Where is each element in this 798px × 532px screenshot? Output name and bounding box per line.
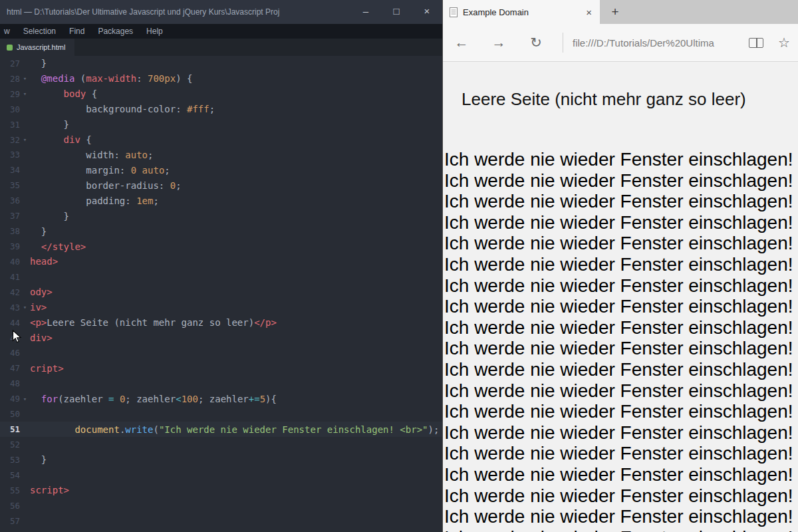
fold-arrow-icon[interactable]: ▾ <box>20 90 30 97</box>
line-number: 55 <box>0 485 20 495</box>
code-line[interactable]: 57 <box>0 513 442 529</box>
page-text-line: Ich werde nie wieder Fenster einschlagen… <box>444 149 798 170</box>
refresh-icon[interactable]: ↻ <box>517 35 555 51</box>
menu-item-view[interactable]: w <box>4 27 10 36</box>
maximize-icon[interactable]: □ <box>381 0 412 24</box>
menu-item-selection[interactable]: Selection <box>23 27 56 36</box>
code-line[interactable]: 40head> <box>0 254 442 269</box>
code-line[interactable]: 33 width: auto; <box>0 148 442 163</box>
gutter: 27 <box>0 59 30 68</box>
code-line[interactable]: 47cript> <box>0 360 442 376</box>
code-line[interactable]: 37 } <box>0 208 442 223</box>
code-editor-window: html — D:\Tutorials\Der Ultimative Javas… <box>0 0 442 532</box>
code-text: iv> <box>30 302 47 313</box>
menu-item-find[interactable]: Find <box>69 27 84 36</box>
code-line[interactable]: 54 <box>0 467 442 483</box>
favorites-icon[interactable]: ☆ <box>770 35 798 51</box>
fold-arrow-icon[interactable]: ▾ <box>20 136 30 143</box>
code-line[interactable]: 30 background-color: #fff; <box>0 102 442 117</box>
menu-item-packages[interactable]: Packages <box>98 27 133 36</box>
menu-item-help[interactable]: Help <box>146 27 163 36</box>
page-text-line: Ich werde nie wieder Fenster einschlagen… <box>444 527 798 532</box>
reading-view-icon[interactable] <box>749 38 763 48</box>
code-text: } <box>30 226 47 237</box>
line-number: 29 <box>0 89 20 99</box>
code-line[interactable]: 46 <box>0 346 442 361</box>
code-line[interactable]: 43▾iv> <box>0 300 442 315</box>
code-line[interactable]: 27 } <box>0 56 442 71</box>
mouse-cursor <box>12 330 22 344</box>
editor-titlebar[interactable]: html — D:\Tutorials\Der Ultimative Javas… <box>0 0 442 24</box>
page-text-line: Ich werde nie wieder Fenster einschlagen… <box>444 338 798 359</box>
editor-tab-label: Javascript.html <box>17 43 65 51</box>
back-icon[interactable]: ← <box>443 35 480 51</box>
line-number: 27 <box>0 59 20 68</box>
code-line[interactable]: 41 <box>0 269 442 285</box>
code-area[interactable]: 27 }28▾ @media (max-width: 700px) {29▾ b… <box>0 56 442 532</box>
browser-tabstrip: Example Domain × + <box>443 0 798 24</box>
code-line[interactable]: 52 <box>0 437 442 452</box>
code-line[interactable]: 32▾ div { <box>0 132 442 148</box>
code-line[interactable]: 49▾ for(zaehler = 0; zaehler<100; zaehle… <box>0 391 442 406</box>
close-icon[interactable]: × <box>412 0 442 24</box>
page-text-line: Ich werde nie wieder Fenster einschlagen… <box>444 464 798 485</box>
gutter: 29▾ <box>0 89 30 99</box>
page-text-line: Ich werde nie wieder Fenster einschlagen… <box>444 275 798 297</box>
editor-tab-javascript-html[interactable]: Javascript.html <box>0 39 74 56</box>
code-text: script> <box>30 485 69 495</box>
code-line[interactable]: 36 padding: 1em; <box>0 193 442 208</box>
code-line[interactable]: 28▾ @media (max-width: 700px) { <box>0 71 442 86</box>
code-line[interactable]: 48 <box>0 376 442 391</box>
code-text: } <box>30 454 47 465</box>
code-text: margin: 0 auto; <box>30 165 170 176</box>
gutter: 42 <box>0 287 30 297</box>
fold-arrow-icon[interactable]: ▾ <box>20 396 30 402</box>
code-text: } <box>30 211 69 221</box>
page-body: Ich werde nie wieder Fenster einschlagen… <box>444 149 798 532</box>
code-line[interactable]: 53 } <box>0 452 442 467</box>
code-line[interactable]: 31 } <box>0 117 442 132</box>
line-number: 41 <box>0 272 20 282</box>
code-line[interactable]: 44<p>Leere Seite (nicht mehr ganz so lee… <box>0 315 442 331</box>
browser-window: Example Domain × + ← → ↻ file:///D:/Tuto… <box>442 0 798 532</box>
fold-arrow-icon[interactable]: ▾ <box>20 304 30 311</box>
line-number: 36 <box>0 196 20 205</box>
code-text: @media (max-width: 700px) { <box>30 73 192 84</box>
code-line[interactable]: 29▾ body { <box>0 86 442 102</box>
forward-icon[interactable]: → <box>480 35 517 51</box>
code-line[interactable]: 34 margin: 0 auto; <box>0 162 442 178</box>
code-line[interactable]: 51 document.write("Ich werde nie wieder … <box>0 422 442 437</box>
code-line[interactable]: 56 <box>0 498 442 513</box>
line-number: 44 <box>0 318 20 328</box>
gutter: 53 <box>0 455 30 465</box>
line-number: 39 <box>0 241 20 251</box>
line-number: 50 <box>0 409 20 419</box>
fold-arrow-icon[interactable]: ▾ <box>20 75 30 82</box>
code-line[interactable]: 55script> <box>0 483 442 498</box>
line-number: 38 <box>0 226 20 236</box>
browser-tab-example-domain[interactable]: Example Domain × <box>443 0 600 24</box>
page-text-line: Ich werde nie wieder Fenster einschlagen… <box>444 380 798 402</box>
code-text: body { <box>30 88 97 99</box>
code-text: padding: 1em; <box>30 196 159 206</box>
tab-close-icon[interactable]: × <box>585 7 593 18</box>
browser-tab-title: Example Domain <box>463 7 579 17</box>
gutter: 39 <box>0 241 30 251</box>
address-bar[interactable]: file:///D:/Tutorials/Der%20Ultima <box>563 37 742 49</box>
page-text-line: Ich werde nie wieder Fenster einschlagen… <box>444 170 798 192</box>
line-number: 47 <box>0 363 20 373</box>
code-line[interactable]: 42ody> <box>0 285 442 300</box>
code-line[interactable]: 39 </style> <box>0 239 442 254</box>
gutter: 30 <box>0 104 30 114</box>
code-line[interactable]: 38 } <box>0 223 442 239</box>
code-line[interactable]: 35 border-radius: 0; <box>0 178 442 193</box>
line-number: 51 <box>0 424 20 434</box>
minimize-icon[interactable]: – <box>350 0 381 24</box>
gutter: 57 <box>0 516 30 526</box>
page-icon <box>450 7 458 17</box>
code-line[interactable]: 50 <box>0 406 442 422</box>
code-line[interactable]: 45div> <box>0 331 442 346</box>
new-tab-icon[interactable]: + <box>600 0 630 24</box>
line-number: 57 <box>0 516 20 526</box>
code-text: background-color: #fff; <box>30 104 215 114</box>
